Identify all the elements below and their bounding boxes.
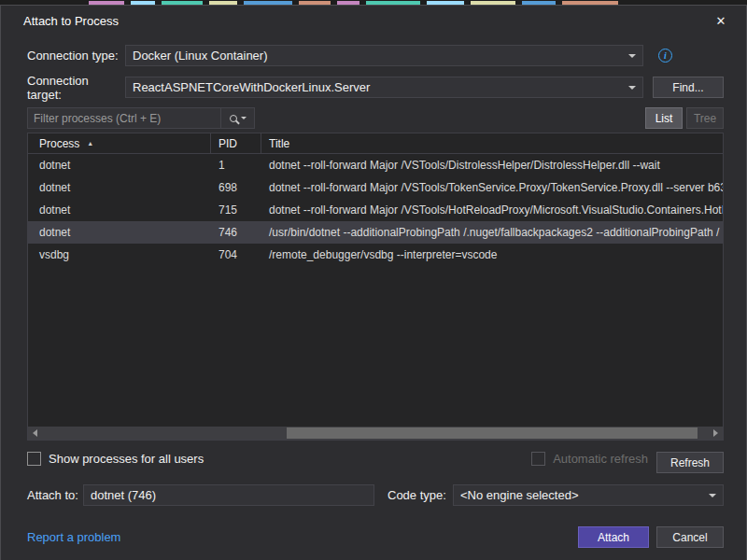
attach-button[interactable]: Attach [578,526,649,548]
code-type-label: Code type: [388,488,446,502]
find-button[interactable]: Find... [653,77,724,98]
cell-title: dotnet --roll-forward Major /VSTools/Dis… [261,154,723,176]
connection-type-label: Connection type: [27,49,125,63]
connection-target-label: Connection target: [27,74,125,102]
cell-title: dotnet --roll-forward Major /VSTools/Tok… [261,176,723,199]
column-header-process[interactable]: Process ▲ [28,133,211,153]
chevron-down-icon [241,117,247,119]
filter-processes-input[interactable] [28,112,220,125]
table-row[interactable]: dotnet698dotnet --roll-forward Major /VS… [28,176,723,199]
automatic-refresh-checkbox [531,452,545,466]
cell-pid: 1 [211,154,261,176]
chevron-down-icon [628,54,636,58]
chevron-down-icon [709,494,716,497]
list-view-button[interactable]: List [645,107,683,129]
cell-pid: 698 [211,176,261,199]
column-header-title-label: Title [269,137,289,150]
connection-type-dropdown[interactable]: Docker (Linux Container) [125,45,643,66]
attach-to-label: Attach to: [27,488,78,502]
scrollbar-thumb[interactable] [287,427,698,439]
column-header-pid-label: PID [218,137,237,150]
scrollbar-track[interactable] [42,427,709,440]
horizontal-scrollbar [28,427,723,440]
close-icon[interactable]: ✕ [709,10,733,31]
attach-to-process-dialog: Attach to Process ✕ Connection type: Doc… [0,5,747,560]
cell-process: dotnet [28,176,211,199]
process-table: Process ▲ PID Title dotnet1dotnet --roll… [27,133,724,441]
automatic-refresh-label: Automatic refresh [553,452,648,466]
column-header-title[interactable]: Title [261,133,723,153]
cell-process: dotnet [28,199,211,221]
process-table-header: Process ▲ PID Title [28,133,723,154]
filter-search-dropdown[interactable] [220,108,254,128]
connection-target-dropdown[interactable]: ReactASPNETCoreWithDockerLinux.Server [125,77,643,98]
table-row[interactable]: dotnet715dotnet --roll-forward Major /VS… [28,199,723,221]
attach-to-field[interactable] [83,484,374,506]
cell-process: dotnet [28,221,211,244]
table-row[interactable]: dotnet746/usr/bin/dotnet --additionalPro… [28,221,723,244]
connection-type-row: Connection type: Docker (Linux Container… [27,45,724,66]
view-toggle: List Tree [645,107,724,129]
report-a-problem-link[interactable]: Report a problem [27,530,120,544]
connection-target-value: ReactASPNETCoreWithDockerLinux.Server [133,80,626,94]
connection-target-row: Connection target: ReactASPNETCoreWithDo… [27,77,724,98]
column-header-pid[interactable]: PID [211,133,261,153]
sort-ascending-icon: ▲ [87,140,93,147]
dialog-titlebar: Attach to Process ✕ [1,6,746,35]
code-type-dropdown[interactable]: <No engine selected> [453,484,724,506]
scroll-left-arrow-icon[interactable] [28,427,42,440]
show-all-users-checkbox[interactable] [27,452,41,466]
cell-title: /usr/bin/dotnet --additionalProbingPath … [261,221,723,244]
filter-processes-box [27,107,255,129]
tree-view-button[interactable]: Tree [686,107,724,129]
cell-title: dotnet --roll-forward Major /VSTools/Hot… [261,199,723,221]
cell-pid: 746 [211,221,261,244]
cancel-button[interactable]: Cancel [656,526,724,548]
scroll-right-arrow-icon[interactable] [709,427,723,440]
column-header-process-label: Process [39,137,79,150]
table-row[interactable]: dotnet1dotnet --roll-forward Major /VSTo… [28,154,723,176]
chevron-down-icon [628,86,636,90]
cell-process: vsdbg [28,244,211,266]
cell-process: dotnet [28,154,211,176]
show-all-users-label: Show processes for all users [49,452,204,466]
table-row[interactable]: vsdbg704/remote_debugger/vsdbg --interpr… [28,244,723,266]
cell-pid: 704 [211,244,261,266]
info-icon[interactable]: i [658,49,672,63]
automatic-refresh-option: Automatic refresh [531,452,648,466]
show-all-users-option: Show processes for all users [27,452,204,466]
process-rows: dotnet1dotnet --roll-forward Major /VSTo… [28,154,723,266]
cell-pid: 715 [211,199,261,221]
search-icon [230,115,237,122]
dialog-title: Attach to Process [23,14,119,28]
code-type-value: <No engine selected> [460,488,706,502]
connection-type-value: Docker (Linux Container) [133,49,626,63]
refresh-button[interactable]: Refresh [656,452,724,473]
cell-title: /remote_debugger/vsdbg --interpreter=vsc… [261,244,723,266]
